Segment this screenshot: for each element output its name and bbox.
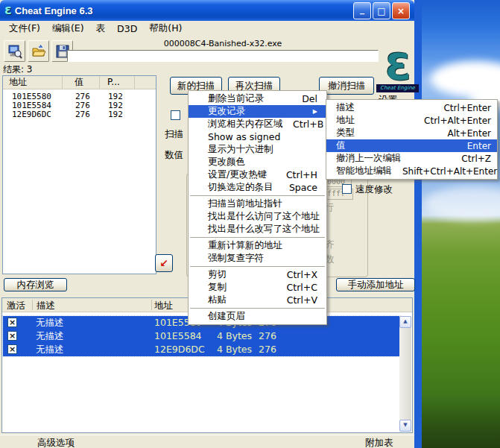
menu-table[interactable]: 表 xyxy=(90,21,112,37)
menu-item-shortcut: Ctrl+Z xyxy=(461,154,491,164)
menu-item-label: Show as signed xyxy=(208,131,280,142)
select-process-icon xyxy=(7,44,22,59)
menu-item-shortcut: Ctrl+X xyxy=(287,269,317,280)
menu-item-change-color[interactable]: 更改颜色 xyxy=(189,156,326,168)
speedhack-checkbox[interactable] xyxy=(342,184,352,194)
header-separator[interactable] xyxy=(32,300,33,310)
undo-scan-button[interactable]: 撤消扫描 xyxy=(319,77,374,95)
menu-help[interactable]: 帮助(H) xyxy=(143,21,188,37)
menu-item-label: 复制 xyxy=(208,281,227,294)
menu-item-force-recheck[interactable]: 强制复查字符 xyxy=(189,252,326,265)
active-checkbox[interactable]: × xyxy=(7,344,17,354)
menu-item-shortcut: Ctrl+B xyxy=(293,119,323,130)
menu-item-label: 强制复查字符 xyxy=(208,252,264,265)
scan-type-label: 扫描 xyxy=(165,128,183,141)
menu-file[interactable]: 文件(F) xyxy=(3,21,46,37)
title-bar[interactable]: Ɛ Cheat Engine 6.3 _ □ × xyxy=(0,0,414,21)
menu-item-show-as-signed[interactable]: Show as signed xyxy=(189,130,326,143)
menu-separator xyxy=(190,308,325,309)
submenu-item-edit-value[interactable]: 值Enter xyxy=(326,139,497,152)
submenu-item-smart-edit-address[interactable]: 智能地址编辑Shift+Ctrl+Alt+Enter xyxy=(326,165,497,177)
menu-item-set-hotkey[interactable]: 设置/更改热键Ctrl+H xyxy=(189,168,326,181)
cell-description: 无描述 xyxy=(36,318,64,328)
menu-item-label: 找出是什么改写了这个地址 xyxy=(208,223,320,236)
menu-item-change-record[interactable]: 更改记录▶ xyxy=(189,105,326,118)
submenu-item-edit-type[interactable]: 类型Alt+Enter xyxy=(326,127,497,139)
menu-edit[interactable]: 编辑(E) xyxy=(46,21,90,37)
menu-d3d[interactable]: D3D xyxy=(111,22,143,36)
check-mark-icon: × xyxy=(9,331,16,341)
found-cell-value: 276 xyxy=(63,110,100,119)
minimize-icon: _ xyxy=(360,4,364,14)
header-address[interactable]: 地址 xyxy=(154,300,173,312)
header-separator[interactable] xyxy=(151,300,152,310)
check-mark-icon: × xyxy=(9,318,16,327)
found-header-value[interactable]: 值 xyxy=(63,76,100,89)
menu-item-label: 地址 xyxy=(336,114,355,127)
add-address-button[interactable]: 手动添加地址 xyxy=(336,278,415,291)
change-record-submenu: 描述Ctrl+Enter 地址Ctrl+Alt+Enter 类型Alt+Ente… xyxy=(326,99,498,180)
scroll-down-button[interactable]: ▼ xyxy=(399,420,411,432)
submenu-item-edit-description[interactable]: 描述Ctrl+Enter xyxy=(326,101,497,114)
cheat-engine-logo-caption: Cheat Engine xyxy=(376,84,419,92)
close-button[interactable]: × xyxy=(392,2,410,19)
menu-item-show-as-hex[interactable]: 显示为十六进制 xyxy=(189,143,326,156)
menu-item-label: 粘贴 xyxy=(208,294,227,306)
menu-item-cut[interactable]: 剪切Ctrl+X xyxy=(189,268,326,281)
active-checkbox[interactable]: × xyxy=(7,331,17,341)
menu-item-shortcut: Alt+Enter xyxy=(447,128,491,139)
menu-item-find-what-accesses[interactable]: 找出是什么访问了这个地址 xyxy=(189,210,326,223)
menu-item-label: 创建页眉 xyxy=(208,310,245,323)
menu-item-copy[interactable]: 复制Ctrl+C xyxy=(189,281,326,294)
menu-item-shortcut: Ctrl+Alt+Enter xyxy=(424,116,491,126)
cell-value: 276 xyxy=(259,344,276,355)
address-row[interactable]: × 无描述 101E5584 4 Bytes 276 xyxy=(3,329,401,343)
cell-description: 无描述 xyxy=(36,344,64,355)
vertical-scrollbar[interactable]: ▲ ▼ xyxy=(399,316,411,432)
scroll-up-button[interactable]: ▲ xyxy=(399,316,411,328)
menu-item-scan-pointer[interactable]: 扫描当前地址指针 xyxy=(189,198,326,210)
bottom-bar: 高级选项 附加表 xyxy=(0,435,414,448)
submenu-arrow-icon: ▶ xyxy=(313,108,317,115)
scroll-up-icon: ▲ xyxy=(403,318,407,324)
minimize-button[interactable]: _ xyxy=(353,2,371,19)
open-folder-icon xyxy=(31,44,46,59)
found-cell-address: 12E9D6DC xyxy=(3,110,63,119)
menu-item-create-header[interactable]: 创建页眉 xyxy=(189,310,326,323)
menu-item-paste[interactable]: 粘贴Ctrl+V xyxy=(189,294,326,306)
copy-to-addresslist-button[interactable]: ↙ xyxy=(155,254,173,272)
extra-table-link[interactable]: 附加表 xyxy=(365,437,393,448)
menu-item-browse-memory-region[interactable]: 浏览相关内存区域Ctrl+B xyxy=(189,118,326,130)
header-active[interactable]: 激活 xyxy=(7,300,25,312)
select-process-button[interactable] xyxy=(4,40,25,62)
found-address-list[interactable]: 地址 值 P... 101E5580 276 192 101E5584 276 … xyxy=(2,75,156,274)
menu-item-shortcut: Space xyxy=(289,182,317,193)
cell-type: 4 Bytes xyxy=(217,331,252,341)
maximize-button[interactable]: □ xyxy=(373,2,390,19)
menu-item-delete-record[interactable]: 删除当前记录Del xyxy=(189,92,326,105)
submenu-item-edit-address[interactable]: 地址Ctrl+Alt+Enter xyxy=(326,114,497,127)
found-header-previous[interactable]: P... xyxy=(100,76,135,89)
red-arrow-icon: ↙ xyxy=(159,257,168,269)
active-checkbox[interactable]: × xyxy=(7,318,17,327)
advanced-options-link[interactable]: 高级选项 xyxy=(37,437,75,448)
menu-item-label: 智能地址编辑 xyxy=(336,165,392,177)
menu-item-label: 切换选定的条目 xyxy=(208,181,273,194)
menu-item-toggle-entry[interactable]: 切换选定的条目Space xyxy=(189,181,326,194)
address-row[interactable]: × 无描述 12E9D6DC 4 Bytes 276 xyxy=(3,343,401,356)
found-row[interactable]: 12E9D6DC 276 192 xyxy=(3,110,156,119)
hex-checkbox[interactable] xyxy=(171,110,180,120)
menu-separator xyxy=(190,266,325,267)
window-title: Cheat Engine 6.3 xyxy=(15,5,93,16)
menu-item-find-what-writes[interactable]: 找出是什么改写了这个地址 xyxy=(189,223,326,236)
menu-item-recalculate-address[interactable]: 重新计算新的地址 xyxy=(189,239,326,252)
maximize-icon: □ xyxy=(377,6,385,16)
found-header-address[interactable]: 地址 xyxy=(3,76,63,89)
submenu-item-undo-last-edit[interactable]: 撤消上一次编辑Ctrl+Z xyxy=(326,152,497,165)
open-file-button[interactable] xyxy=(28,40,49,62)
check-mark-icon: × xyxy=(9,344,16,354)
memory-view-button[interactable]: 内存浏览 xyxy=(4,278,67,291)
cell-address: 101E5584 xyxy=(154,331,202,341)
header-description[interactable]: 描述 xyxy=(37,300,55,312)
undo-scan-label: 撤消扫描 xyxy=(328,80,365,92)
